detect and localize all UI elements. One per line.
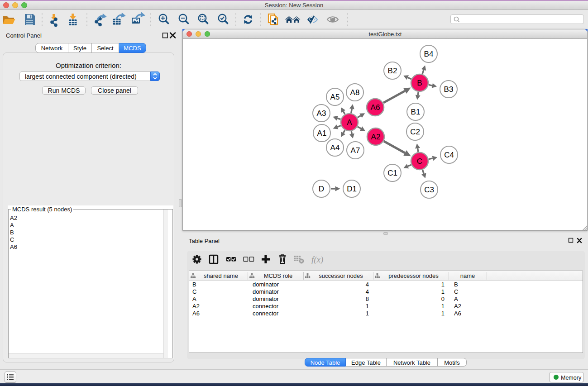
svg-text:B: B — [417, 79, 422, 87]
svg-text:B2: B2 — [388, 67, 397, 75]
svg-text:A: A — [347, 118, 352, 127]
svg-text:C1: C1 — [387, 169, 397, 177]
svg-text:A3: A3 — [317, 109, 326, 118]
svg-text:successor nodes: successor nodes — [319, 272, 363, 279]
svg-text:f(x): f(x) — [311, 255, 323, 265]
svg-text:B3: B3 — [444, 85, 454, 94]
svg-text:D1: D1 — [347, 185, 357, 193]
svg-text:A1: A1 — [317, 129, 327, 138]
svg-text:A6: A6 — [371, 103, 380, 112]
svg-text:D: D — [319, 185, 324, 193]
svg-text:C: C — [417, 157, 422, 166]
svg-text:A2: A2 — [371, 133, 381, 141]
svg-text:C4: C4 — [444, 151, 454, 159]
svg-text:C2: C2 — [410, 128, 420, 136]
svg-text:predecessor nodes: predecessor nodes — [388, 272, 439, 279]
svg-text:MCDS role: MCDS role — [264, 272, 293, 279]
svg-text:C3: C3 — [424, 186, 434, 194]
svg-text:shared name: shared name — [204, 272, 238, 279]
svg-text:A7: A7 — [351, 146, 360, 155]
svg-text:name: name — [460, 272, 475, 279]
svg-text:A4: A4 — [330, 143, 340, 152]
svg-text:B1: B1 — [411, 108, 421, 116]
svg-text:A8: A8 — [350, 88, 360, 97]
svg-text:A5: A5 — [330, 93, 340, 101]
svg-text:B4: B4 — [424, 50, 434, 58]
